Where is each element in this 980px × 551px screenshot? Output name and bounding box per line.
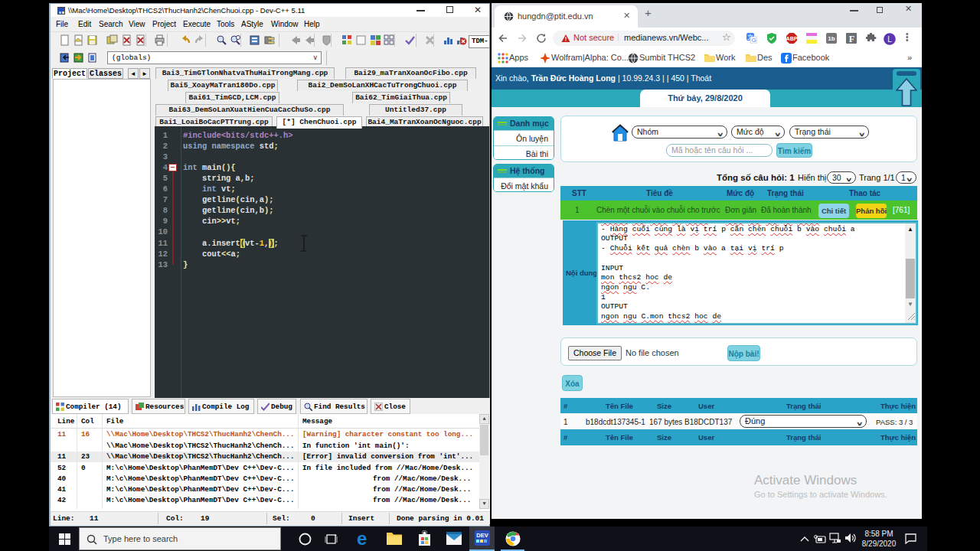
svg-text:ABP: ABP bbox=[786, 36, 797, 41]
svg-text:L: L bbox=[887, 35, 892, 44]
svg-text:F: F bbox=[849, 34, 854, 44]
svg-text:1b: 1b bbox=[828, 35, 835, 42]
svg-text:DEV: DEV bbox=[476, 532, 488, 539]
svg-text:G: G bbox=[751, 37, 756, 44]
